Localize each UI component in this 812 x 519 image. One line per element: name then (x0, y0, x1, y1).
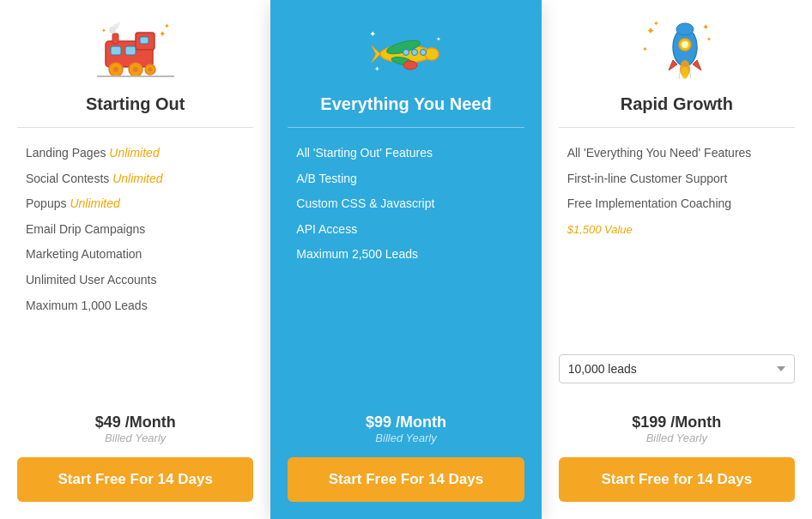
feature-item: Email Drip Campaigns (26, 217, 245, 243)
train-icon: ✦ ✦ ✦ (97, 17, 174, 86)
svg-point-32 (676, 23, 694, 35)
feature-item: Popups Unlimited (26, 191, 245, 217)
price-section: $49 /Month Billed Yearly (95, 413, 176, 444)
svg-text:✦: ✦ (642, 45, 648, 53)
svg-marker-35 (669, 60, 677, 70)
cta-button[interactable]: Start Free For 14 Days (288, 457, 524, 502)
price-section: $99 /Month Billed Yearly (366, 413, 446, 444)
plan-rapid-growth: ✦ ✦ ✦ ✦ ✦ Rapid Growth All 'Everything Y… (542, 0, 812, 519)
feature-item: $1,500 Value (567, 217, 786, 243)
price-amount: $49 /Month (95, 413, 176, 431)
price-billing: Billed Yearly (366, 431, 446, 444)
feature-item: All 'Starting Out' Features (296, 141, 515, 166)
svg-text:✦: ✦ (159, 29, 166, 39)
svg-text:✦: ✦ (702, 22, 709, 32)
svg-rect-2 (111, 46, 121, 55)
svg-text:✦: ✦ (374, 65, 380, 73)
svg-text:✦: ✦ (436, 36, 441, 42)
plan-title: Starting Out (86, 94, 185, 114)
svg-point-20 (425, 48, 439, 60)
svg-point-10 (113, 67, 118, 72)
rocket-icon: ✦ ✦ ✦ ✦ ✦ (638, 17, 715, 86)
features-list: All 'Starting Out' FeaturesA/B TestingCu… (288, 141, 524, 396)
leads-select-wrapper: 10,000 leads25,000 leads50,000 leads100,… (559, 354, 795, 392)
svg-point-27 (403, 61, 417, 69)
svg-point-12 (133, 67, 138, 72)
price-billing: Billed Yearly (632, 431, 721, 444)
svg-point-34 (682, 41, 688, 48)
svg-rect-3 (125, 46, 136, 55)
price-section: $199 /Month Billed Yearly (632, 413, 721, 444)
price-amount: $199 /Month (632, 413, 721, 431)
feature-item: Landing Pages Unlimited (26, 141, 245, 166)
svg-point-25 (411, 49, 417, 55)
svg-text:✦: ✦ (164, 22, 170, 30)
feature-item: API Access (296, 217, 515, 243)
feature-item: Unlimited User Accounts (26, 268, 245, 293)
pricing-container: ✦ ✦ ✦ Starting Out Landing Pages Unlimit… (0, 0, 812, 519)
feature-item: Maximum 2,500 Leads (296, 242, 515, 268)
svg-text:✦: ✦ (706, 36, 712, 42)
plan-divider (17, 127, 253, 128)
feature-item: Custom CSS & Javascript (296, 191, 515, 217)
svg-marker-36 (693, 60, 701, 70)
svg-point-26 (403, 49, 409, 55)
svg-point-14 (148, 67, 152, 71)
features-list: Landing Pages UnlimitedSocial Contests U… (17, 141, 253, 396)
price-billing: Billed Yearly (95, 431, 176, 444)
svg-line-45 (689, 67, 691, 79)
svg-marker-21 (372, 45, 380, 63)
plane-icon: ✦ ✦ ✦ (367, 17, 445, 86)
price-amount: $99 /Month (366, 413, 446, 431)
plan-starting-out: ✦ ✦ ✦ Starting Out Landing Pages Unlimit… (0, 0, 270, 519)
price-period: /Month (670, 413, 721, 431)
svg-point-8 (116, 21, 120, 26)
cta-button[interactable]: Start Free For 14 Days (17, 457, 253, 502)
feature-item: All 'Everything You Need' Features (567, 141, 786, 166)
svg-text:✦: ✦ (369, 29, 376, 39)
price-period: /Month (125, 413, 176, 431)
plan-title: Everything You Need (320, 94, 491, 114)
price-period: /Month (396, 413, 446, 431)
leads-select[interactable]: 10,000 leads25,000 leads50,000 leads100,… (559, 354, 795, 383)
svg-line-44 (679, 67, 681, 79)
feature-item: A/B Testing (296, 166, 515, 192)
cta-button[interactable]: Start Free for 14 Days (559, 457, 795, 502)
plan-divider (288, 127, 524, 128)
feature-item: Maximum 1,000 Leads (26, 293, 245, 319)
feature-item: Social Contests Unlimited (26, 166, 245, 192)
svg-rect-4 (140, 37, 148, 44)
svg-text:✦: ✦ (653, 20, 659, 27)
plan-title: Rapid Growth (621, 94, 733, 114)
svg-point-24 (420, 49, 426, 55)
feature-item: Marketing Automation (26, 242, 245, 268)
feature-item: First-in-line Customer Support (567, 166, 786, 192)
feature-item: Free Implementation Coaching (567, 191, 786, 217)
svg-point-38 (682, 67, 688, 79)
plan-everything-you-need: ✦ ✦ ✦ Everything You Need All 'Starting … (270, 0, 541, 519)
svg-rect-5 (112, 33, 118, 44)
plan-divider (559, 127, 795, 128)
svg-text:✦: ✦ (101, 27, 106, 33)
features-list: All 'Everything You Need' FeaturesFirst-… (559, 141, 795, 347)
